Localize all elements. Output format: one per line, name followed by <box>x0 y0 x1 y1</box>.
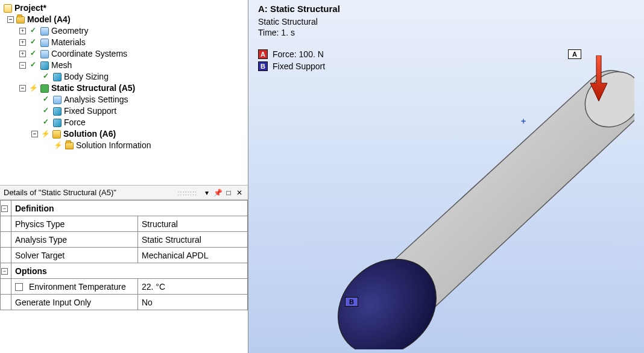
tree-solution[interactable]: − ⚡ Solution (A6) <box>4 128 244 140</box>
detail-key: Physics Type <box>11 216 138 232</box>
tree-label: Mesh <box>51 60 72 71</box>
check-icon: ✓ <box>28 60 38 70</box>
tree-label: Force <box>64 117 86 128</box>
legend-item-fixed-support[interactable]: B Fixed Support <box>258 60 325 72</box>
tag-a[interactable]: A <box>568 49 581 59</box>
maximize-button[interactable]: □ <box>224 188 233 198</box>
check-icon: ✓ <box>41 95 51 104</box>
cylinder-geometry[interactable] <box>321 36 634 349</box>
collapse-icon[interactable]: − <box>1 205 8 212</box>
detail-key: Solver Target <box>11 248 138 263</box>
static-structural-icon <box>40 84 49 93</box>
grip-icon: :::::::: <box>178 189 197 196</box>
bolt-icon: ⚡ <box>28 84 38 93</box>
detail-row[interactable]: Generate Input Only No <box>1 295 248 310</box>
collapse-icon[interactable]: − <box>19 62 26 69</box>
detail-row[interactable]: Environment Temperature 22. °C <box>1 279 248 295</box>
detail-row[interactable]: Analysis Type Static Structural <box>1 232 248 248</box>
details-header: Details of "Static Structural (A5)" ::::… <box>0 186 248 200</box>
mesh-icon <box>40 61 49 70</box>
detail-key: Analysis Type <box>11 232 138 248</box>
tree-label: Static Structural (A5) <box>51 83 135 94</box>
check-icon: ✓ <box>28 37 38 47</box>
expand-icon[interactable]: + <box>19 28 26 34</box>
close-button[interactable]: ✕ <box>235 188 244 198</box>
svg-marker-2 <box>590 55 607 101</box>
tree-label: Analysis Settings <box>64 94 128 105</box>
tree-label: Fixed Support <box>64 105 116 117</box>
check-icon: ✓ <box>41 117 51 127</box>
detail-key: Generate Input Only <box>11 295 138 310</box>
tree-materials[interactable]: + ✓ Materials <box>4 37 244 48</box>
section-options: Options <box>11 263 248 279</box>
detail-value: Mechanical APDL <box>138 248 248 263</box>
sizing-icon <box>53 73 62 81</box>
viewport-subtitle: Static Structural <box>258 17 318 27</box>
tree-label: Coordinate Systems <box>51 48 127 60</box>
tree-solution-info[interactable]: ⚡ Solution Information <box>4 140 244 151</box>
check-icon: ✓ <box>41 106 51 116</box>
detail-row[interactable]: Physics Type Structural <box>1 216 248 232</box>
legend-swatch-a: A <box>258 49 268 59</box>
tree-static-structural[interactable]: − ⚡ Static Structural (A5) <box>4 83 244 94</box>
tree-mesh[interactable]: − ✓ Mesh <box>4 60 244 71</box>
expand-icon[interactable]: + <box>19 51 26 57</box>
fixed-support-icon <box>53 107 62 116</box>
collapse-icon[interactable]: − <box>7 16 14 23</box>
section-row[interactable]: − Options <box>1 263 248 279</box>
left-pane: Project* − Model (A4) + ✓ Geometry + ✓ M <box>0 0 248 353</box>
tree-label: Geometry <box>51 25 88 37</box>
detail-value[interactable]: 22. °C <box>138 279 248 295</box>
analysis-icon <box>53 96 62 104</box>
details-title: Details of "Static Structural (A5)" <box>4 188 178 197</box>
outline-tree: Project* − Model (A4) + ✓ Geometry + ✓ M <box>0 0 248 186</box>
tree-label: Solution Information <box>76 140 151 151</box>
coord-icon <box>40 50 49 58</box>
check-icon: ✓ <box>28 26 38 36</box>
tree-label: Body Sizing <box>64 71 109 83</box>
tree-coord[interactable]: + ✓ Coordinate Systems <box>4 48 244 60</box>
project-icon <box>4 4 12 13</box>
section-definition: Definition <box>11 201 248 216</box>
folder-icon <box>65 142 74 149</box>
detail-value[interactable]: No <box>138 295 248 310</box>
tree-project[interactable]: Project* <box>4 2 244 14</box>
check-icon: ✓ <box>28 49 38 58</box>
tree-model[interactable]: − Model (A4) <box>4 14 244 25</box>
detail-row[interactable]: Solver Target Mechanical APDL <box>1 248 248 263</box>
tree-label: Solution (A6) <box>63 128 116 140</box>
tree-geometry[interactable]: + ✓ Geometry <box>4 25 244 37</box>
collapse-icon[interactable]: − <box>31 131 38 137</box>
tree-analysis-settings[interactable]: ✓ Analysis Settings <box>4 94 244 105</box>
viewport-title: A: Static Structural <box>258 4 340 14</box>
force-arrow-icon <box>588 55 610 104</box>
tag-b[interactable]: B <box>345 297 358 307</box>
folder-icon <box>16 16 25 23</box>
legend-item-force[interactable]: A Force: 100. N <box>258 48 325 60</box>
legend-label: Fixed Support <box>273 61 325 71</box>
details-table: − Definition Physics Type Structural Ana… <box>0 200 248 310</box>
geometry-icon <box>40 27 49 36</box>
solution-icon <box>52 130 61 139</box>
legend-swatch-b: B <box>258 61 268 71</box>
materials-icon <box>40 39 49 47</box>
graphics-viewport[interactable]: A: Static Structural Static Structural T… <box>248 0 644 353</box>
tree-fixed-support[interactable]: ✓ Fixed Support <box>4 105 244 117</box>
viewport-legend: A Force: 100. N B Fixed Support <box>258 48 325 72</box>
viewport-time: Time: 1. s <box>258 28 295 37</box>
tree-body-sizing[interactable]: ✓ Body Sizing <box>4 71 244 83</box>
tree-force[interactable]: ✓ Force <box>4 117 244 128</box>
pin-button[interactable]: 📌 <box>213 188 223 198</box>
bolt-icon: ⚡ <box>40 130 50 139</box>
section-row[interactable]: − Definition <box>1 201 248 216</box>
env-temp-checkbox[interactable] <box>15 283 23 291</box>
bolt-icon: ⚡ <box>53 141 63 151</box>
dropdown-button[interactable]: ▾ <box>202 188 212 198</box>
tree-label: Project* <box>14 2 46 14</box>
collapse-icon[interactable]: − <box>1 268 8 275</box>
origin-marker-icon: + <box>521 116 526 126</box>
collapse-icon[interactable]: − <box>19 85 26 92</box>
detail-key: Environment Temperature <box>11 279 138 295</box>
tree-label: Model (A4) <box>27 14 71 25</box>
expand-icon[interactable]: + <box>19 39 26 46</box>
